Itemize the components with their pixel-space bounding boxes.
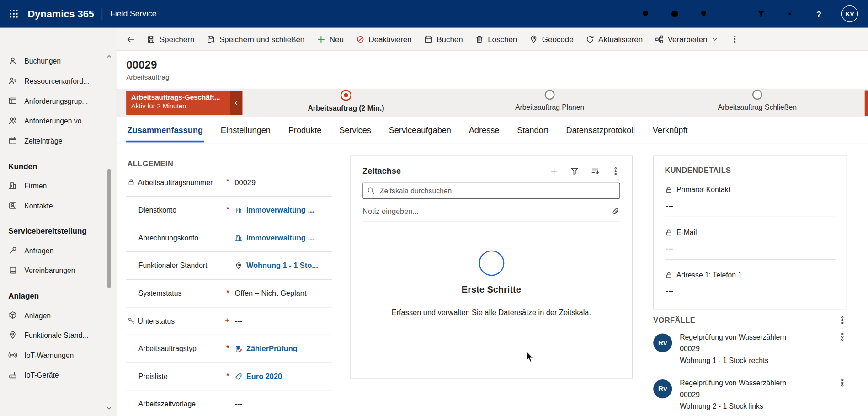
tab-verknuepft[interactable]: Verknüpft — [651, 122, 689, 143]
sidebar-item-vereinbarungen[interactable]: Vereinbarungen — [0, 260, 116, 280]
timeline-filter-icon[interactable] — [570, 166, 579, 175]
sidebar-item-anforderungsgruppen[interactable]: Anforderungsgrup... — [0, 91, 116, 111]
tab-services[interactable]: Services — [338, 122, 373, 143]
app-name[interactable]: Field Service — [110, 10, 157, 18]
process-button[interactable]: Verarbeiten — [649, 30, 724, 48]
save-and-close-button[interactable]: Speichern und schließen — [200, 30, 310, 48]
bpf-stage-arbeitsauftrag-schliessen[interactable]: Arbeitsauftrag Schließen — [697, 90, 818, 111]
lookup-link[interactable]: Immoverwaltung ... — [246, 206, 314, 214]
field-arbeitszeitvorlage[interactable]: Arbeitszeitvorlage --- — [126, 390, 332, 416]
sidebar-item-zeiteintraege[interactable]: Zeiteinträge — [0, 131, 116, 151]
tab-datensatzprotokoll[interactable]: Datensatzprotokoll — [565, 122, 636, 143]
topbar-divider — [102, 8, 102, 20]
incident-more-icon[interactable] — [838, 379, 847, 412]
bpf-badge-subtitle: Aktiv für 2 Minuten — [131, 102, 226, 110]
deactivate-button[interactable]: Deaktivieren — [350, 30, 418, 48]
bpf-stage-circle[interactable] — [545, 90, 555, 100]
timeline-search-input[interactable] — [362, 183, 620, 199]
field-adresse1-telefon1[interactable]: Adresse 1: Telefon 1 --- — [665, 271, 836, 295]
timeline-note-entry[interactable]: Notiz eingeben... — [362, 207, 620, 222]
sidebar-item-iot-geraete[interactable]: IoT-Geräte — [0, 365, 116, 385]
label: Funktionale Stand... — [24, 331, 88, 339]
tab-zusammenfassung[interactable]: Zusammenfassung — [126, 122, 204, 143]
timeline-empty-text: Erfassen und verwalten Sie alle Datensät… — [362, 309, 620, 317]
tab-adresse[interactable]: Adresse — [468, 122, 500, 143]
field-funktionaler-standort[interactable]: Funktionaler Standort Wohnung 1 - 1 Sto.… — [126, 252, 332, 280]
delete-button[interactable]: Löschen — [469, 30, 523, 48]
help-icon[interactable]: ? — [813, 8, 825, 20]
chevron-left-icon — [233, 100, 240, 107]
filter-funnel-icon[interactable] — [755, 8, 767, 20]
hamburger-menu-icon[interactable] — [0, 28, 116, 51]
save-icon — [147, 35, 155, 43]
sidebar-item-iot-warnungen[interactable]: IoT-Warnungen — [0, 345, 116, 365]
tab-serviceaufgaben[interactable]: Serviceaufgaben — [388, 122, 452, 143]
lookup-link[interactable]: ZählerPrüfung — [246, 345, 298, 353]
bpf-badge-collapse-button[interactable] — [230, 91, 243, 115]
tab-standort[interactable]: Standort — [516, 122, 550, 143]
save-button[interactable]: Speichern — [141, 30, 201, 48]
field-arbeitsauftragstyp[interactable]: Arbeitsauftragstyp * ZählerPrüfung — [126, 335, 332, 363]
sidebar-scroll-up-icon[interactable] — [106, 52, 112, 62]
sidebar-item-anlagen[interactable]: Anlagen — [0, 305, 116, 325]
search-icon[interactable] — [640, 8, 652, 20]
label: Verarbeiten — [668, 35, 708, 43]
sidebar-scrollbar-thumb[interactable] — [107, 169, 111, 288]
incident-item[interactable]: Rv Regelprüfung von Wasserzählern 00029 … — [653, 325, 847, 371]
timeline-more-icon[interactable] — [611, 166, 620, 175]
quick-create-plus-icon[interactable] — [726, 8, 739, 20]
refresh-button[interactable]: Aktualisieren — [580, 30, 649, 48]
sidebar-item-anforderungen-von[interactable]: Anforderungen vo... — [0, 111, 116, 131]
sidebar-item-funktionale-standorte[interactable]: Funktionale Stand... — [0, 325, 116, 345]
label: IoT-Geräte — [24, 371, 59, 379]
new-button[interactable]: Neu — [311, 30, 350, 48]
lookup-link[interactable]: Immoverwaltung ... — [246, 234, 314, 242]
incident-item[interactable]: Rv Regelprüfung von Wasserzählern 00029 … — [653, 371, 847, 416]
lightbulb-icon[interactable] — [698, 8, 710, 20]
bpf-stage-arbeitsauftrag-planen[interactable]: Arbeitsauftrag Planen — [489, 90, 610, 111]
field-dienstkonto[interactable]: Dienstkonto * Immoverwaltung ... — [126, 197, 332, 224]
brand-title[interactable]: Dynamics 365 — [28, 8, 94, 20]
bpf-stage-arbeitsauftrag[interactable]: Arbeitsauftrag (2 Min.) — [285, 90, 407, 112]
field-systemstatus[interactable]: Systemstatus * Offen – Nicht Geplant — [126, 280, 332, 308]
timeline-get-started-plus-button[interactable] — [479, 251, 504, 276]
incidents-more-icon[interactable] — [838, 316, 847, 325]
top-navigation-bar: Dynamics 365 Field Service ? KV — [0, 0, 868, 28]
app-launcher-icon[interactable] — [8, 8, 20, 20]
settings-gear-icon[interactable] — [784, 8, 796, 20]
sidebar-item-kontakte[interactable]: Kontakte — [0, 196, 116, 216]
sidebar-scroll-down-icon[interactable] — [106, 404, 112, 414]
sidebar-item-anfragen[interactable]: Anfragen — [0, 240, 116, 261]
timeline-sort-icon[interactable] — [591, 166, 599, 175]
tab-einstellungen[interactable]: Einstellungen — [219, 122, 272, 143]
field-preisliste[interactable]: Preisliste * Euro 2020 — [126, 363, 332, 391]
field-arbeitsauftragsnummer[interactable]: Arbeitsauftragsnummer * 00029 — [126, 169, 332, 197]
lookup-link[interactable]: Euro 2020 — [246, 372, 282, 380]
bpf-stage-label: Arbeitsauftrag (2 Min.) — [308, 104, 384, 112]
required-marker: * — [226, 344, 229, 352]
account-avatar[interactable]: KV — [841, 5, 858, 22]
sidebar-group-anlagen: Anlagen — [0, 280, 116, 305]
field-primaerer-kontakt[interactable]: Primärer Kontakt --- — [665, 186, 836, 217]
more-commands-button[interactable] — [724, 30, 745, 48]
bpf-process-badge[interactable]: Arbeitsauftrags-Geschäft... Aktiv für 2 … — [126, 91, 242, 115]
lookup-link[interactable]: Wohnung 1 - 1 Sto... — [246, 261, 318, 270]
bpf-stage-circle-active[interactable] — [341, 90, 351, 101]
field-unterstatus[interactable]: Unterstatus + --- — [126, 307, 332, 335]
incident-more-icon[interactable] — [838, 332, 847, 366]
wrench-icon — [8, 246, 17, 255]
tab-produkte[interactable]: Produkte — [287, 122, 323, 143]
sidebar-item-buchungen[interactable]: Buchungen — [0, 51, 116, 71]
timeline-add-icon[interactable] — [550, 166, 559, 175]
check-circle-icon[interactable] — [669, 8, 681, 20]
field-email[interactable]: E-Mail --- — [665, 228, 836, 260]
back-button[interactable] — [121, 30, 141, 48]
bpf-stage-circle[interactable] — [752, 90, 762, 100]
sidebar-item-ressourcenanforderungen[interactable]: Ressourcenanford... — [0, 71, 116, 91]
field-abrechnungskonto[interactable]: Abrechnungskonto Immoverwaltung ... — [126, 224, 332, 252]
geocode-button[interactable]: Geocode — [523, 30, 580, 48]
sidebar-item-firmen[interactable]: Firmen — [0, 176, 116, 196]
book-button[interactable]: Buchen — [418, 30, 469, 48]
paperclip-icon[interactable] — [611, 207, 620, 215]
field-divider — [665, 259, 836, 260]
